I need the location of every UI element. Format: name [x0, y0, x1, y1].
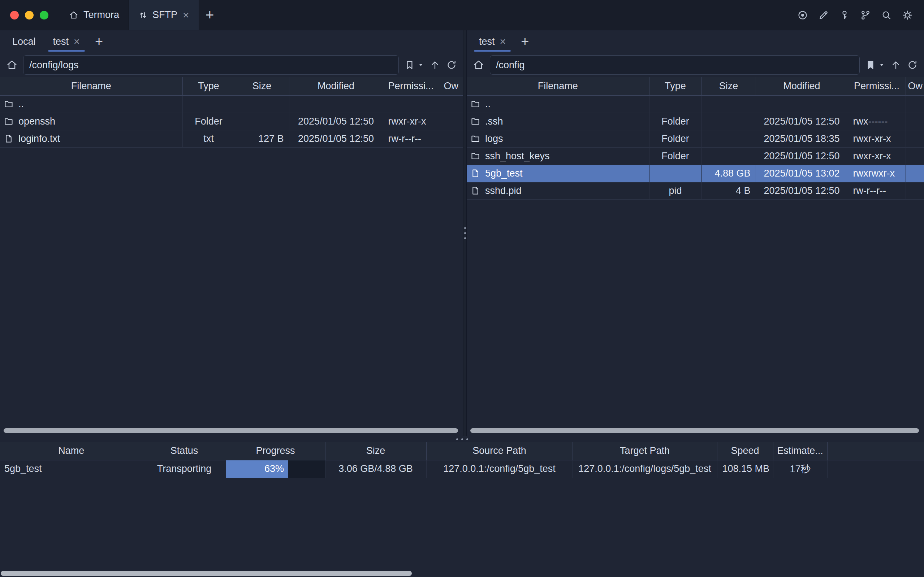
horizontal-splitter[interactable] [0, 436, 924, 442]
column-header[interactable]: Progress [226, 442, 325, 460]
column-header[interactable]: Permissi... [848, 77, 906, 95]
chevron-down-icon [879, 62, 885, 68]
column-header[interactable]: Estimate... [773, 442, 827, 460]
horizontal-scrollbar[interactable] [1, 571, 412, 576]
right-file-table-area: FilenameTypeSizeModifiedPermissi...Ow .. [467, 77, 924, 436]
column-header[interactable]: Name [0, 442, 143, 460]
tab-sftp[interactable]: SFTP × [129, 0, 199, 30]
file-icon [470, 168, 481, 178]
tab-termora[interactable]: Termora [59, 0, 129, 30]
transfer-filler-cell [827, 460, 924, 478]
new-tab-button[interactable]: + [199, 0, 221, 30]
column-header[interactable]: Type [182, 77, 235, 95]
minimize-window-button[interactable] [25, 11, 34, 19]
column-header[interactable]: Ow [439, 77, 463, 95]
filename: .. [18, 98, 24, 110]
bookmark-dropdown-button[interactable] [879, 62, 885, 68]
file-size: 4.88 GB [701, 164, 756, 182]
tab-test-left[interactable]: test × [44, 30, 89, 53]
tab-test-right[interactable]: test × [470, 30, 514, 53]
key-icon[interactable] [838, 9, 851, 22]
close-icon[interactable]: × [74, 36, 80, 48]
close-window-button[interactable] [10, 11, 19, 19]
file-row[interactable]: ssh_host_keys Folder 2025/01/05 12:50 rw… [467, 147, 924, 164]
record-icon[interactable] [796, 9, 809, 22]
column-header[interactable]: Modified [756, 77, 848, 95]
refresh-button[interactable] [907, 59, 918, 71]
column-header[interactable]: Source Path [426, 442, 572, 460]
file-row[interactable]: 5gb_test 4.88 GB 2025/01/05 13:02 rwxrwx… [467, 164, 924, 182]
grip-dot [464, 232, 466, 234]
column-header[interactable]: Status [143, 442, 226, 460]
git-branch-icon[interactable] [859, 9, 872, 22]
file-owner [439, 113, 463, 130]
path-input[interactable] [490, 55, 860, 75]
file-row[interactable]: .ssh Folder 2025/01/05 12:50 rwx------ [467, 113, 924, 130]
close-icon[interactable]: × [500, 36, 506, 48]
transfer-target-path: 127.0.0.1:/config/logs/5gb_test [572, 460, 717, 478]
column-header[interactable]: Type [649, 77, 701, 95]
bookmark-button[interactable] [865, 59, 876, 71]
column-header[interactable]: Ow [906, 77, 924, 95]
edit-icon[interactable] [817, 9, 830, 22]
column-header[interactable] [827, 442, 924, 460]
column-header[interactable]: Size [325, 442, 426, 460]
file-owner [439, 95, 463, 113]
file-owner [906, 164, 924, 182]
transfer-estimate: 17秒 [773, 460, 827, 478]
column-header[interactable]: Target Path [572, 442, 717, 460]
column-header[interactable]: Filename [467, 77, 649, 95]
grip-dot [466, 438, 468, 440]
file-type: pid [649, 182, 701, 199]
file-row[interactable]: logs Folder 2025/01/05 18:35 rwxr-xr-x [467, 130, 924, 147]
file-type: Folder [649, 113, 701, 130]
add-tab-button[interactable]: + [514, 30, 535, 53]
file-row[interactable]: openssh Folder 2025/01/05 12:50 rwxr-xr-… [0, 113, 463, 130]
home-button[interactable] [6, 59, 18, 71]
column-header[interactable]: Size [701, 77, 756, 95]
settings-icon[interactable] [901, 9, 914, 22]
column-header[interactable]: Modified [289, 77, 383, 95]
file-owner [906, 130, 924, 147]
progress-track: 63% [226, 460, 325, 478]
column-header[interactable]: Size [235, 77, 289, 95]
file-modified [756, 95, 848, 113]
file-row[interactable]: .. [467, 95, 924, 113]
column-header[interactable]: Filename [0, 77, 182, 95]
bookmark-dropdown-button[interactable] [418, 62, 424, 68]
vertical-splitter[interactable] [463, 30, 467, 436]
horizontal-scrollbar[interactable] [470, 428, 919, 433]
refresh-button[interactable] [446, 59, 457, 71]
add-tab-button[interactable]: + [89, 30, 110, 53]
folder-icon [470, 151, 481, 161]
file-row[interactable]: .. [0, 95, 463, 113]
path-input[interactable] [23, 55, 399, 75]
right-pathbar [467, 53, 924, 77]
transfer-table: NameStatusProgressSizeSource PathTarget … [0, 442, 924, 478]
file-size [701, 130, 756, 147]
file-row[interactable]: loginfo.txt txt 127 B 2025/01/05 12:50 r… [0, 130, 463, 147]
file-table-header-row: FilenameTypeSizeModifiedPermissi...Ow [0, 77, 463, 95]
parent-directory-button[interactable] [429, 59, 441, 71]
left-pathbar [0, 53, 463, 77]
file-icon [3, 134, 14, 144]
transfer-row[interactable]: 5gb_test Transporting 63% 3.06 GB/4.88 G… [0, 460, 924, 478]
bookmark-button[interactable] [404, 59, 415, 71]
file-type: Folder [182, 113, 235, 130]
parent-directory-button[interactable] [890, 59, 901, 71]
zoom-window-button[interactable] [40, 11, 48, 19]
search-icon[interactable] [880, 9, 893, 22]
home-button[interactable] [472, 59, 485, 71]
file-row[interactable]: sshd.pid pid 4 B 2025/01/05 12:50 rw-r--… [467, 182, 924, 199]
column-header[interactable]: Speed [717, 442, 773, 460]
file-size [701, 113, 756, 130]
file-icon [470, 185, 481, 196]
tab-local[interactable]: Local [3, 30, 44, 53]
file-size: 4 B [701, 182, 756, 199]
tab-test-label: test [479, 36, 495, 47]
close-icon[interactable]: × [183, 9, 189, 21]
right-file-pane: test × + FilenameTyp [467, 30, 924, 436]
left-file-table: FilenameTypeSizeModifiedPermissi...Ow .. [0, 77, 463, 148]
column-header[interactable]: Permissi... [383, 77, 439, 95]
horizontal-scrollbar[interactable] [3, 428, 458, 433]
